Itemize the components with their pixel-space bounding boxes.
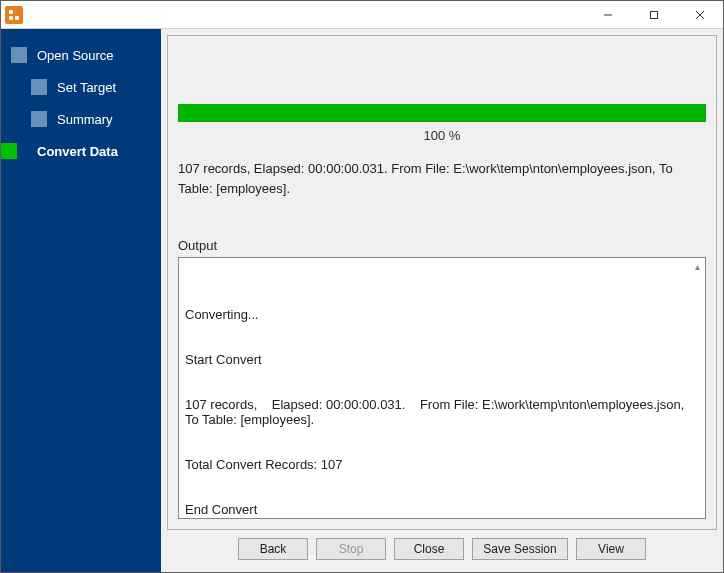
sidebar-item-convert-data[interactable]: Convert Data — [1, 135, 161, 167]
step-indicator-icon — [31, 79, 47, 95]
button-row: Back Stop Close Save Session View — [167, 532, 717, 566]
sidebar-item-label: Set Target — [57, 80, 116, 95]
app-icon — [5, 6, 23, 24]
sidebar-item-label: Summary — [57, 112, 113, 127]
output-line: End Convert — [185, 502, 699, 517]
output-line: Start Convert — [185, 352, 699, 367]
progress-percent-label: 100 % — [178, 128, 706, 143]
app-window: Open Source Set Target Summary Convert D… — [0, 0, 724, 573]
maximize-button[interactable] — [631, 1, 677, 29]
main-panel: 100 % 107 records, Elapsed: 00:00:00.031… — [161, 29, 723, 572]
back-button[interactable]: Back — [238, 538, 308, 560]
progress-bar — [178, 104, 706, 122]
sidebar-item-label: Convert Data — [37, 144, 118, 159]
sidebar-item-open-source[interactable]: Open Source — [1, 39, 161, 71]
step-indicator-icon — [31, 111, 47, 127]
close-window-button[interactable] — [677, 1, 723, 29]
output-line: Converting... — [185, 307, 699, 322]
minimize-button[interactable] — [585, 1, 631, 29]
step-indicator-icon — [1, 143, 17, 159]
sidebar-item-summary[interactable]: Summary — [1, 103, 161, 135]
close-button[interactable]: Close — [394, 538, 464, 560]
sidebar-item-label: Open Source — [37, 48, 114, 63]
scroll-up-icon[interactable]: ▴ — [689, 258, 705, 274]
step-indicator-icon — [11, 47, 27, 63]
status-text: 107 records, Elapsed: 00:00:00.031. From… — [178, 159, 706, 198]
sidebar-item-set-target[interactable]: Set Target — [1, 71, 161, 103]
output-line: 107 records, Elapsed: 00:00:00.031. From… — [185, 397, 699, 427]
view-button[interactable]: View — [576, 538, 646, 560]
output-label: Output — [178, 238, 706, 253]
svg-rect-1 — [651, 11, 658, 18]
stop-button: Stop — [316, 538, 386, 560]
output-textarea[interactable]: ▴ Converting... Start Convert 107 record… — [178, 257, 706, 519]
output-line: Total Convert Records: 107 — [185, 457, 699, 472]
titlebar — [1, 1, 723, 29]
save-session-button[interactable]: Save Session — [472, 538, 568, 560]
wizard-sidebar: Open Source Set Target Summary Convert D… — [1, 29, 161, 572]
content-frame: 100 % 107 records, Elapsed: 00:00:00.031… — [167, 35, 717, 530]
